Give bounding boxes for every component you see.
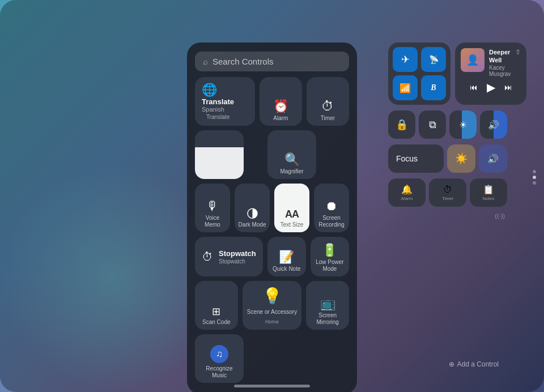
connectivity-widget: ✈ 📡 📶 B <box>388 42 450 105</box>
alarm-icon: ⏰ <box>273 100 288 113</box>
play-pause-button[interactable]: ▶ <box>487 80 495 94</box>
brightness-icon: ☀ <box>449 110 477 139</box>
search-bar[interactable]: ⌕ Search Controls <box>195 52 349 71</box>
controls-grid: 🌐 Translate Spanish Translate ⏰ Alarm <box>195 77 349 383</box>
screen-mirroring-tile[interactable]: 📺 Screen Mirroring <box>306 281 349 330</box>
screen-mirroring-label: Screen Mirroring <box>309 312 346 326</box>
home-bar <box>234 385 310 387</box>
alarm-icon-r: 🔔 <box>401 184 413 195</box>
wifi-calling-button[interactable]: 📡 <box>421 47 446 72</box>
dark-mode-tile[interactable]: ◑ Dark Mode <box>235 184 270 232</box>
voice-memo-label: Voice Memo <box>198 215 227 228</box>
text-size-label: Text Size <box>280 221 304 228</box>
alarm-label-r: Alarm <box>401 196 413 201</box>
sun-icon: ☀️ <box>455 152 468 165</box>
lock-rotation-button[interactable]: 🔒 <box>388 110 415 139</box>
signal-dot-1 <box>533 170 536 173</box>
stopwatch-title: Stopwatch <box>219 249 256 258</box>
media-controls: ⏮ ▶ ⏭ <box>461 80 521 94</box>
scan-code-label: Scan Code <box>202 319 230 326</box>
media-top-row: 👤 Deeper Well Kacey Musgrav ⇧ <box>461 48 521 77</box>
scan-code-tile[interactable]: ⊞ Scan Code <box>195 281 238 330</box>
screen-recording-label: Screen Recording <box>317 215 346 228</box>
media-title: Deeper Well <box>489 48 511 65</box>
notes-btn[interactable]: 📋 Notes <box>470 178 507 207</box>
right-control-panel: ✈ 📡 📶 B 👤 Deeper Well Kacey Musgrav ⇧ <box>388 42 507 219</box>
next-button[interactable]: ⏭ <box>504 83 512 92</box>
translate-name: Translate <box>202 97 234 106</box>
translate-icon: 🌐 <box>202 83 217 97</box>
alarm-tile[interactable]: ⏰ Alarm <box>260 77 302 126</box>
notes-icon: 📋 <box>483 184 494 195</box>
previous-button[interactable]: ⏮ <box>470 83 478 92</box>
top-widgets-row: ✈ 📡 📶 B 👤 Deeper Well Kacey Musgrav ⇧ <box>388 42 507 105</box>
alarm-label: Alarm <box>273 115 288 122</box>
add-control-label: Add a Control <box>457 360 499 368</box>
scene-sublabel: Home <box>265 319 279 325</box>
stopwatch-tile[interactable]: ⏱ Stopwatch Stopwatch <box>195 237 263 276</box>
timer-icon: ⏱ <box>321 100 334 113</box>
search-controls-panel: ⌕ Search Controls 🌐 Translate Spanish <box>187 42 357 392</box>
recognize-music-icon: ♫ <box>210 345 228 363</box>
voice-memo-icon: 🎙 <box>206 200 219 212</box>
low-power-label: Low Power Mode <box>314 259 346 272</box>
wifi-button[interactable]: 📶 <box>393 75 418 100</box>
low-power-tile[interactable]: 🔋 Low Power Mode <box>311 237 349 276</box>
scene-icon: 💡 <box>262 287 282 305</box>
brightness-tile[interactable] <box>195 130 244 179</box>
media-artist: Kacey Musgrav <box>489 65 511 77</box>
text-size-icon: AA <box>285 209 299 219</box>
controls-row-4: ⏱ Stopwatch Stopwatch 📝 Quick Note 🔋 Low… <box>195 237 349 276</box>
translate-lang: Spanish <box>202 106 234 113</box>
brightness-btn[interactable]: ☀️ <box>447 144 475 173</box>
focus-label: Focus <box>396 154 418 163</box>
quick-note-icon: 📝 <box>279 251 294 263</box>
alarm-btn[interactable]: 🔔 Alarm <box>388 178 426 207</box>
translate-tile[interactable]: 🌐 Translate Spanish Translate <box>195 77 255 126</box>
translate-label: Translate <box>202 114 234 121</box>
magnifier-icon: 🔍 <box>284 154 300 166</box>
controls-row-5: ⊞ Scan Code 💡 Scene or Accessory Home 📺 … <box>195 281 349 330</box>
voice-memo-tile[interactable]: 🎙 Voice Memo <box>195 184 230 232</box>
text-size-tile[interactable]: AA Text Size <box>274 184 309 232</box>
add-control-area[interactable]: ⊕ Add a Control <box>449 360 499 368</box>
recognize-music-tile[interactable]: ♫ Recognize Music <box>195 334 244 383</box>
stopwatch-sublabel: Stopwatch <box>219 258 256 265</box>
second-row: 🔒 ⧉ ☀ 🔊 <box>388 110 507 139</box>
screen-recording-tile[interactable]: ⏺ Screen Recording <box>314 184 349 232</box>
airplane-mode-button[interactable]: ✈ <box>393 47 418 72</box>
bluetooth-button[interactable]: B <box>421 75 446 100</box>
ipad-frame: ⌕ Search Controls 🌐 Translate Spanish <box>0 0 544 392</box>
timer-icon-r: ⏱ <box>443 185 452 195</box>
magnifier-tile[interactable]: 🔍 Magnifier <box>267 130 316 179</box>
screen-recording-icon: ⏺ <box>325 200 338 212</box>
bottom-extras-row: 🔔 Alarm ⏱ Timer 📋 Notes <box>388 178 507 207</box>
dark-mode-label: Dark Mode <box>239 221 266 228</box>
signal-area: ((·)) <box>388 212 507 219</box>
controls-row-1: 🌐 Translate Spanish Translate ⏰ Alarm <box>195 77 349 126</box>
screen-mirror-button[interactable]: ⧉ <box>419 110 446 139</box>
brightness-slider[interactable]: ☀ <box>449 110 477 139</box>
speaker-icon: 🔊 <box>487 154 499 164</box>
low-power-icon: 🔋 <box>322 244 337 257</box>
controls-row-2: 🔍 Magnifier <box>195 130 349 179</box>
recognize-music-label: Recognize Music <box>198 365 240 379</box>
signal-bar <box>533 170 536 185</box>
scene-label: Scene or Accessory <box>247 309 297 316</box>
search-icon: ⌕ <box>203 57 208 66</box>
airplay-icon[interactable]: ⇧ <box>515 48 521 56</box>
signal-dot-2 <box>533 176 536 179</box>
controls-row-3: 🎙 Voice Memo ◑ Dark Mode AA Text Size ⏺ … <box>195 184 349 232</box>
signal-dot-3 <box>533 181 536 185</box>
scan-code-icon: ⊞ <box>212 306 220 317</box>
timer-btn-r[interactable]: ⏱ Timer <box>429 178 466 207</box>
timer-tile[interactable]: ⏱ Timer <box>307 77 349 126</box>
album-art: 👤 <box>461 48 484 72</box>
volume-slider[interactable]: 🔊 <box>480 110 507 139</box>
magnifier-label: Magnifier <box>280 168 303 175</box>
scene-accessory-tile[interactable]: 💡 Scene or Accessory Home <box>243 281 302 330</box>
focus-button[interactable]: Focus <box>388 144 444 173</box>
quick-note-label: Quick Note <box>273 266 300 272</box>
volume-btn[interactable]: 🔊 <box>479 144 507 173</box>
quick-note-tile[interactable]: 📝 Quick Note <box>267 237 306 276</box>
